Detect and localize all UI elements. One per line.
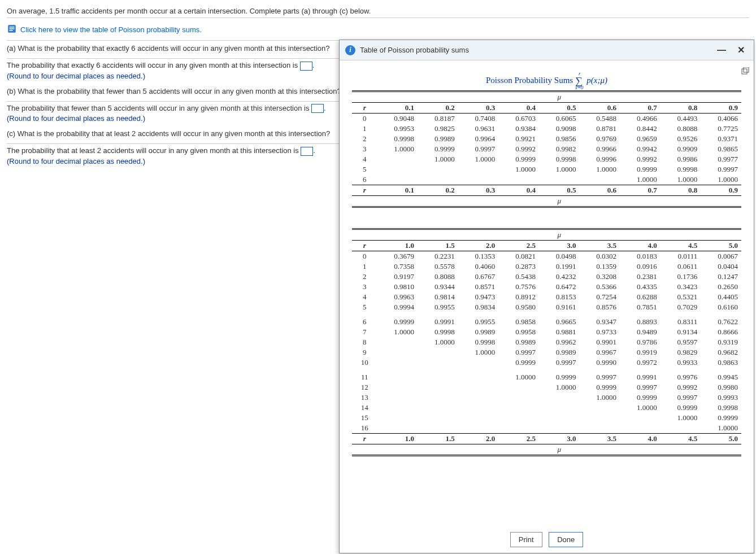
svg-rect-1	[10, 27, 15, 28]
poisson-table-1: μr0.10.20.30.40.50.60.70.80.900.90480.81…	[352, 90, 741, 209]
part-c-input[interactable]	[301, 147, 313, 156]
svg-rect-4	[742, 69, 747, 74]
popout-icon[interactable]	[741, 67, 749, 77]
svg-rect-2	[10, 28, 15, 29]
part-a-answer-prefix: The probability that exactly 6 accidents…	[7, 61, 300, 69]
print-button[interactable]: Print	[510, 532, 542, 547]
poisson-table-modal: i Table of Poisson probability sums — ✕ …	[339, 40, 754, 553]
part-c-answer-suffix: .	[313, 146, 315, 155]
svg-rect-5	[744, 67, 749, 72]
part-b-answer-suffix: .	[324, 104, 326, 112]
part-a-input[interactable]	[300, 62, 312, 71]
part-b-input[interactable]	[311, 104, 324, 113]
done-button[interactable]: Done	[549, 532, 583, 547]
svg-rect-3	[10, 30, 13, 31]
book-icon	[7, 24, 17, 36]
problem-intro: On average, 1.5 traffic accidents per mo…	[7, 5, 749, 18]
poisson-table-2: μr1.01.52.02.53.03.54.04.55.000.36790.22…	[352, 228, 741, 457]
part-b-answer-prefix: The probability that fewer than 5 accide…	[7, 104, 311, 112]
minimize-button[interactable]: —	[714, 45, 729, 55]
part-a-answer-suffix: .	[312, 61, 315, 69]
part-c-answer-prefix: The probability that at least 2 accident…	[7, 146, 301, 155]
info-icon: i	[345, 45, 355, 55]
table-heading: Poisson Probability Sums r ∑ x=0 p(x;μ)	[352, 75, 741, 87]
close-button[interactable]: ✕	[734, 45, 748, 55]
modal-title: Table of Poisson probability sums	[360, 46, 709, 54]
poisson-table-link[interactable]: Click here to view the table of Poisson …	[20, 25, 202, 34]
